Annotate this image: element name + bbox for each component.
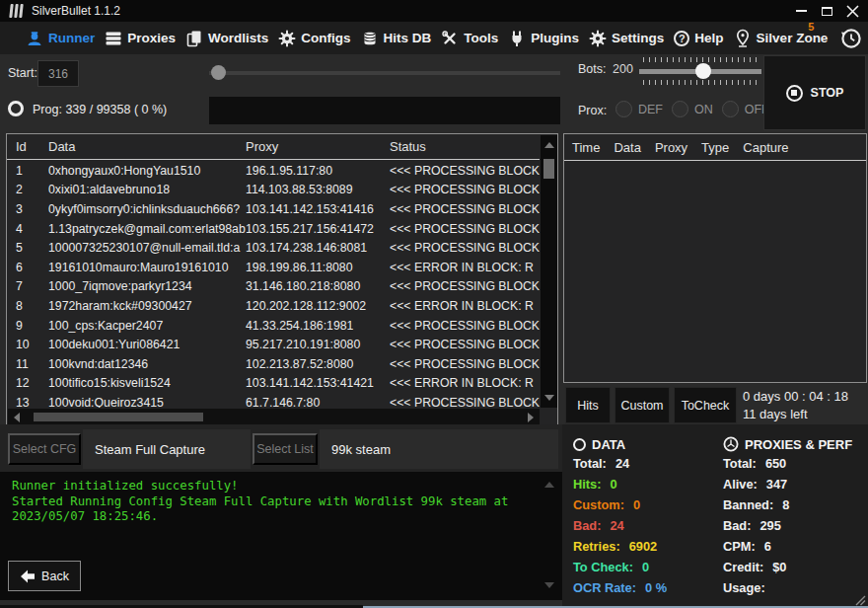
- stat-row: Hits:0: [573, 477, 716, 497]
- bots-slider[interactable]: [639, 57, 761, 85]
- menu-bar: Runner Proxies Wordlists Configs Hits DB…: [0, 22, 868, 54]
- app-window: SilverBullet 1.1.2 Runner Proxies Wordli…: [0, 0, 868, 608]
- scroll-left-arrow[interactable]: [14, 413, 20, 422]
- license-days-left: 11 days left: [743, 407, 808, 421]
- menu-proxies[interactable]: Proxies: [105, 30, 176, 47]
- table-row[interactable]: 11 100kvnd:dat12346 102.213.87.52:8080 <…: [7, 354, 540, 374]
- cell-id: 13: [7, 396, 48, 408]
- menu-configs[interactable]: Configs: [278, 30, 350, 47]
- cell-id: 8: [7, 299, 48, 313]
- horizontal-scrollbar[interactable]: [8, 409, 540, 425]
- start-slider[interactable]: [209, 65, 560, 81]
- cell-proxy: 196.1.95.117:80: [246, 164, 390, 178]
- header-proxy: Proxy: [246, 139, 390, 154]
- menu-silver-zone[interactable]: 5 Silver Zone: [734, 29, 829, 47]
- table-row[interactable]: 6 19161010mauro:Mauro19161010 198.199.86…: [7, 258, 540, 277]
- cell-data: 0xhongyaux0:HongYau1510: [48, 164, 246, 178]
- select-list-button[interactable]: Select List: [253, 433, 318, 465]
- resize-grip[interactable]: [854, 594, 866, 606]
- table-row[interactable]: 10 100deku001:Yuri086421 95.217.210.191:…: [7, 335, 540, 354]
- close-button[interactable]: [842, 3, 862, 19]
- table-row[interactable]: 3 0ykyf0imsorry0:ichlinksduauch666? 103.…: [7, 199, 540, 219]
- back-button[interactable]: Back: [8, 561, 81, 591]
- cell-data: 100void:Queiroz3415: [48, 396, 246, 408]
- vertical-scrollbar[interactable]: [541, 135, 557, 408]
- plug-icon: [508, 30, 526, 47]
- scroll-down-arrow[interactable]: [544, 395, 554, 401]
- scroll-right-arrow[interactable]: [528, 413, 534, 422]
- cell-status: <<< ERROR IN BLOCK: R: [390, 261, 540, 274]
- cell-data: 100_cps:Kacper2407: [48, 319, 246, 333]
- tab-custom[interactable]: Custom: [615, 387, 670, 423]
- menu-wordlists[interactable]: Wordlists: [185, 30, 268, 47]
- stat-row: OCR Rate:0 %: [573, 580, 716, 601]
- select-cfg-button[interactable]: Select CFG: [8, 433, 81, 465]
- proxies-stats-rows: Total:650 Alive:347 Banned:8 Bad:295 CPM…: [723, 456, 861, 601]
- prox-on-label: ON: [694, 103, 713, 116]
- runner-controls: Start: Prog: 339 / 99358 ( 0 %) Bots: 20…: [0, 54, 868, 133]
- minimize-icon: [796, 10, 807, 12]
- cell-data: 0ykyf0imsorry0:ichlinksduauch666?: [48, 202, 246, 216]
- cell-status: <<< PROCESSING BLOCK: [390, 183, 540, 196]
- app-logo-icon: [10, 4, 23, 18]
- table-row[interactable]: 5 100007325230107@null-email.tld:a 103.1…: [7, 238, 540, 258]
- cell-proxy: 102.213.87.52:8080: [246, 357, 390, 371]
- header-data: Data: [48, 139, 246, 154]
- log-scroll-down-arrow[interactable]: [544, 582, 554, 588]
- cell-status: <<< PROCESSING BLOCK: [390, 338, 540, 351]
- maximize-button[interactable]: [817, 3, 836, 19]
- menu-plugins[interactable]: Plugins: [508, 30, 579, 47]
- prox-def-radio[interactable]: [615, 101, 632, 117]
- stat-row: Credit:$0: [723, 560, 861, 580]
- cell-id: 11: [7, 357, 48, 371]
- tab-hits[interactable]: Hits: [565, 387, 611, 423]
- documents-icon: [185, 30, 203, 47]
- cell-status: <<< ERROR IN BLOCK: R: [390, 299, 540, 313]
- cell-proxy: 103.141.142.153:41421: [246, 376, 390, 390]
- table-row[interactable]: 13 100void:Queiroz3415 61.7.146.7:80 <<<…: [7, 393, 540, 408]
- slider-track: [209, 71, 560, 75]
- prox-off-radio[interactable]: [722, 101, 739, 117]
- history-button[interactable]: [839, 28, 863, 49]
- table-row[interactable]: 9 100_cps:Kacper2407 41.33.254.186:1981 …: [7, 316, 540, 336]
- menu-help[interactable]: ? Help: [674, 31, 723, 46]
- scroll-thumb[interactable]: [34, 413, 203, 421]
- menu-runner[interactable]: Runner: [26, 30, 95, 47]
- header-type: Type: [701, 140, 729, 155]
- header-data: Data: [614, 140, 640, 155]
- proxy-mode-group: DEF ON OFF: [615, 101, 769, 117]
- stat-row: Banned:8: [723, 497, 861, 518]
- table-row[interactable]: 8 1972haram:kck#09300427 120.202.128.112…: [7, 296, 540, 316]
- slider-handle[interactable]: [211, 65, 226, 80]
- bots-label: Bots:: [578, 62, 607, 76]
- proxies-stats-header: PROXIES & PERF: [723, 434, 861, 454]
- stop-button[interactable]: STOP: [786, 85, 844, 102]
- slider-handle[interactable]: [695, 63, 711, 79]
- table-row[interactable]: 4 1.13patryczek@gmail.com:erlat98ab 103.…: [7, 219, 540, 239]
- bots-value: 200: [613, 62, 633, 76]
- scroll-up-arrow[interactable]: [544, 142, 554, 148]
- table-row[interactable]: 12 100tifico15:kisveli1524 103.141.142.1…: [7, 374, 540, 394]
- log-scroll-up-arrow[interactable]: [544, 482, 554, 488]
- menu-tools[interactable]: Tools: [441, 30, 498, 47]
- stat-row: Alive:347: [723, 477, 861, 497]
- start-input[interactable]: [37, 60, 79, 87]
- title-bar: SilverBullet 1.1.2: [0, 0, 868, 22]
- menu-settings[interactable]: Settings: [589, 30, 664, 47]
- stat-row: To Check:0: [573, 560, 716, 580]
- scroll-thumb[interactable]: [543, 159, 554, 179]
- menu-hits-db[interactable]: Hits DB: [361, 30, 432, 47]
- table-row[interactable]: 2 0xixi01:aldavebruno18 114.103.88.53:80…: [7, 181, 540, 200]
- prox-on-radio[interactable]: [672, 101, 688, 117]
- stat-row: Usage:: [723, 580, 861, 601]
- cell-proxy: 95.217.210.191:8080: [246, 338, 390, 351]
- cell-status: <<< PROCESSING BLOCK: [390, 396, 540, 408]
- log-line: 2023/05/07 18:25:46.: [12, 509, 550, 525]
- minimize-button[interactable]: [791, 3, 811, 19]
- cell-proxy: 103.155.217.156:41472: [246, 222, 390, 236]
- data-ring-icon: [573, 438, 586, 451]
- table-row[interactable]: 7 1000_7iqmove:parkyr1234 31.146.180.218…: [7, 277, 540, 297]
- table-row[interactable]: 1 0xhongyaux0:HongYau1510 196.1.95.117:8…: [7, 161, 540, 181]
- header-proxy: Proxy: [655, 140, 687, 155]
- tab-tocheck[interactable]: ToCheck: [674, 387, 737, 423]
